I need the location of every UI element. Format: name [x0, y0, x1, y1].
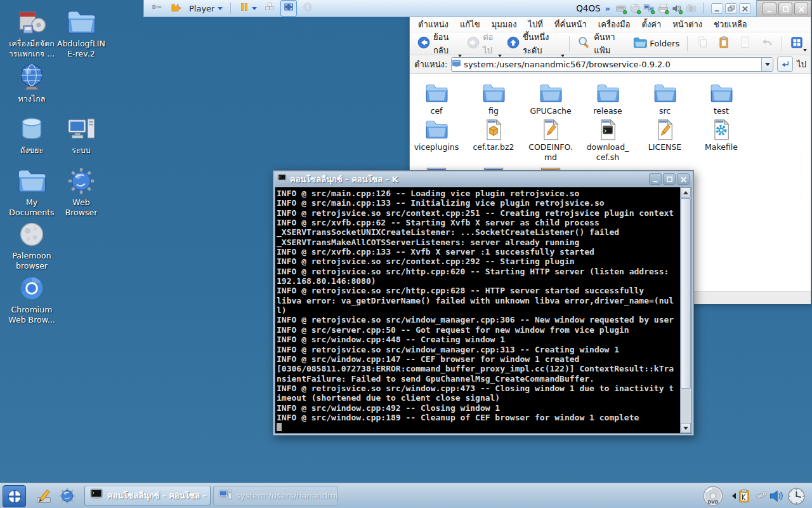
pause-button[interactable] — [237, 1, 259, 16]
folder-icon — [693, 81, 749, 105]
disk-status-icon[interactable] — [615, 3, 627, 15]
start-menu-button[interactable] — [3, 485, 26, 507]
scroll-up-button[interactable] — [681, 187, 691, 197]
toolbar-separator — [782, 36, 782, 51]
desktop-icon-label: Palemoon browser — [4, 251, 60, 272]
file-item[interactable]: Makefile — [693, 117, 749, 152]
desktop-icon-package-manager[interactable]: เครื่องมือจัดก ารแพกเกจ ... — [4, 5, 60, 60]
desktop-icon-konqueror[interactable]: Web Browser — [53, 164, 109, 218]
desktop-icon-label: ระบบ — [53, 145, 109, 156]
scroll-down-button[interactable] — [681, 423, 691, 433]
desktop-icon-label: Web Browser — [53, 197, 109, 218]
dvd-tray-icon[interactable]: DVD — [702, 485, 724, 507]
go-button[interactable] — [777, 57, 793, 72]
speaker-tray-icon[interactable] — [768, 488, 785, 504]
printer-status-icon[interactable] — [657, 3, 669, 15]
close-button[interactable] — [794, 3, 808, 15]
cdrom-status-icon[interactable] — [629, 3, 641, 15]
task-button[interactable]: system:/users/nanandmic56 — [213, 486, 338, 505]
find-icon — [577, 36, 591, 51]
camera-status-icon[interactable] — [685, 3, 697, 15]
task-button[interactable]: คอนโซลลีนุกซ์ - คอนโซล - K — [84, 486, 211, 505]
player-menu[interactable]: Player — [186, 3, 225, 14]
chevron-expand-icon[interactable]: » — [605, 4, 610, 13]
menu-9[interactable]: ช่วยเหลือ — [708, 17, 753, 32]
desktop-edit-launcher[interactable] — [34, 486, 53, 505]
maximize-button[interactable] — [778, 3, 792, 15]
close-button[interactable] — [739, 3, 751, 14]
file-icon — [738, 36, 752, 51]
folder-icon — [410, 81, 464, 105]
viewgrid-button[interactable] — [787, 34, 807, 53]
find-button[interactable]: ค้นหาแฟ้ม — [574, 29, 629, 58]
file-item[interactable]: cef — [410, 81, 464, 116]
file-item[interactable]: cef.tar.bz2 — [466, 117, 521, 152]
file-item[interactable]: fig — [466, 81, 521, 116]
close-button[interactable] — [677, 173, 690, 185]
paste-button[interactable] — [714, 34, 734, 53]
plugin-button[interactable] — [167, 1, 183, 16]
klipper-tray-icon[interactable] — [737, 488, 752, 504]
desktop-icon-folder[interactable]: My Documents — [4, 164, 60, 218]
file-item[interactable]: CODEINFO. md — [523, 117, 579, 162]
file-item[interactable]: viceplugins — [410, 117, 464, 152]
scrollbar-thumb[interactable] — [681, 198, 691, 389]
desktop-icon-folder[interactable]: AbdulogfLIN E-rev.2 — [53, 5, 109, 60]
desktop-icon-moon[interactable]: Palemoon browser — [4, 217, 60, 272]
folder-icon — [523, 81, 579, 105]
terminal-line: INFO @ src/window.cpp:448 -- Creating wi… — [277, 335, 679, 344]
file-item[interactable]: LICENSE — [637, 117, 693, 152]
console-titlebar[interactable]: คอนโซลลีนุกซ์ - คอนโซล - K — [275, 172, 692, 186]
location-label: ตำแหน่ง: — [414, 58, 447, 71]
desktop-icon-computer[interactable]: ระบบ — [53, 112, 109, 156]
location-input[interactable]: system:/users/nanandmic567/browservice-0… — [451, 57, 773, 72]
folder-icon — [53, 5, 109, 37]
restore-button[interactable] — [725, 3, 737, 14]
desktop-icon-globe[interactable]: ทางไกล — [4, 60, 60, 104]
pause-icon — [239, 1, 250, 15]
folders-button[interactable]: Folders — [630, 34, 683, 53]
terminal[interactable]: INFO @ src/main.cpp:126 -- Loading vice … — [275, 187, 692, 434]
konqueror-icon — [53, 164, 109, 196]
minimize-button[interactable] — [649, 173, 662, 185]
pin-button[interactable] — [149, 1, 164, 16]
folder-icon — [466, 81, 521, 105]
file-item[interactable]: test — [693, 81, 749, 116]
menu-8[interactable]: หน้าต่าง — [667, 17, 708, 32]
cascade-button[interactable] — [262, 1, 277, 16]
network-status-icon[interactable] — [643, 3, 655, 15]
location-value[interactable]: system:/users/nanandmic567/browservice-0… — [461, 60, 761, 69]
clock-tray-icon[interactable] — [787, 486, 806, 506]
back-button[interactable]: ย้อนกลับ — [414, 29, 462, 58]
tray-arrow-icon[interactable] — [729, 493, 735, 499]
file-item[interactable]: download_ cef.sh — [580, 117, 636, 162]
script-icon — [580, 117, 636, 141]
desktop-icon-trash[interactable]: ถังขยะ — [4, 112, 60, 156]
minimize-button[interactable] — [711, 3, 723, 14]
audio-status-icon[interactable] — [671, 3, 683, 15]
terminal-line: INFO @ src/server.cpp:50 -- Got request … — [277, 325, 679, 335]
up-button[interactable]: ขึ้นหนึ่งระดับ — [503, 29, 565, 58]
cascade-icon — [264, 1, 275, 15]
file-item[interactable]: GPUCache — [523, 81, 579, 116]
maximize-button[interactable] — [663, 173, 676, 185]
file-item-label: viceplugins — [410, 142, 464, 152]
console-title: คอนโซลลีนุกซ์ - คอนโซล - K — [290, 173, 645, 186]
terminal-line: INFO @ src/xvfb.cpp:133 -- Xvfb X server… — [277, 247, 679, 257]
task-button-label: system:/users/nanandmic56 — [236, 491, 338, 500]
terminal-line: libva error: va_getDriverName() failed w… — [277, 296, 679, 305]
file-manager-toolbar: ย้อนกลับต่อไปขึ้นหนึ่งระดับค้นหาแฟ้มFold… — [410, 32, 811, 55]
tool-tray-icon[interactable] — [754, 488, 769, 504]
location-dropdown-button[interactable] — [761, 58, 773, 71]
file-item[interactable]: src — [637, 81, 693, 116]
terminal-icon — [89, 488, 103, 504]
file-item-label: GPUCache — [523, 106, 579, 116]
web-browser-launcher[interactable] — [58, 486, 77, 505]
terminal-line: INFO @ retrojsvice.so src/window_manager… — [277, 345, 679, 354]
desktop-icon-chromium[interactable]: Chromium Web Brow... — [4, 271, 60, 326]
menu-7[interactable]: ตั้งค่า — [636, 17, 667, 32]
file-item[interactable]: release — [580, 81, 636, 116]
minimize-button[interactable] — [763, 3, 776, 15]
terminal-scrollbar[interactable] — [680, 187, 691, 433]
fullscreen-button[interactable] — [280, 0, 297, 17]
